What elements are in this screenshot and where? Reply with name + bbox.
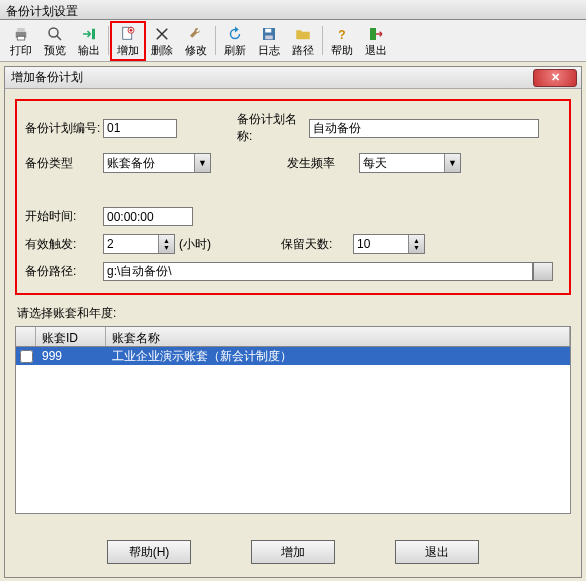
preview-label: 预览: [44, 43, 66, 58]
plan-no-label: 备份计划编号:: [25, 120, 103, 137]
print-label: 打印: [10, 43, 32, 58]
dialog-header: 增加备份计划 ✕: [5, 67, 581, 89]
browse-path-button[interactable]: [533, 262, 553, 281]
grid-note: 请选择账套和年度:: [17, 305, 571, 322]
svg-rect-12: [370, 28, 376, 40]
print-button[interactable]: 打印: [4, 22, 38, 60]
table-row[interactable]: 999 工业企业演示账套（新会计制度）: [16, 347, 570, 365]
main-window-title: 备份计划设置: [0, 0, 586, 20]
grid-header-name: 账套名称: [106, 327, 570, 346]
log-button[interactable]: 日志: [252, 22, 286, 60]
output-button[interactable]: 输出: [72, 22, 106, 60]
trigger-spinner[interactable]: ▲▼: [103, 234, 175, 254]
preview-button[interactable]: 预览: [38, 22, 72, 60]
account-grid: 账套ID 账套名称 999 工业企业演示账套（新会计制度）: [15, 326, 571, 514]
add-button[interactable]: 增加: [111, 22, 145, 60]
help-label: 帮助: [331, 43, 353, 58]
path-button[interactable]: 路径: [286, 22, 320, 60]
spinner-arrows-icon[interactable]: ▲▼: [408, 235, 424, 253]
svg-rect-1: [17, 28, 25, 32]
row-name: 工业企业演示账套（新会计制度）: [106, 347, 570, 366]
trigger-label: 有效触发:: [25, 236, 103, 253]
dialog-help-button[interactable]: 帮助(H): [107, 540, 191, 564]
chevron-down-icon[interactable]: ▼: [444, 154, 460, 172]
plan-no-input[interactable]: [103, 119, 177, 138]
start-time-input[interactable]: [103, 207, 193, 226]
main-toolbar: 打印 预览 输出 增加 删除 修改 刷新 日志 路径 ? 帮助 退出: [0, 20, 586, 62]
add-backup-plan-dialog: 增加备份计划 ✕ 备份计划编号: 备份计划名称: 备份类型 ▼ 发生频率 ▼: [4, 66, 582, 578]
retain-days-value[interactable]: [354, 235, 408, 253]
dialog-button-bar: 帮助(H) 增加 退出: [5, 540, 581, 564]
log-label: 日志: [258, 43, 280, 58]
grid-header-id: 账套ID: [36, 327, 106, 346]
help-button[interactable]: ? 帮助: [325, 22, 359, 60]
retain-days-spinner[interactable]: ▲▼: [353, 234, 425, 254]
folder-icon: [294, 25, 312, 43]
svg-rect-2: [17, 36, 25, 40]
window-title-text: 备份计划设置: [6, 4, 78, 18]
backup-path-input[interactable]: [103, 262, 533, 281]
svg-rect-9: [265, 28, 271, 32]
trigger-unit: (小时): [179, 236, 211, 253]
floppy-icon: [260, 25, 278, 43]
exit-label: 退出: [365, 43, 387, 58]
add-page-icon: [119, 25, 137, 43]
dialog-close-button[interactable]: ✕: [533, 69, 577, 87]
dialog-title: 增加备份计划: [11, 69, 83, 86]
toolbar-separator: [108, 26, 109, 55]
backup-type-combo[interactable]: ▼: [103, 153, 211, 173]
printer-icon: [12, 25, 30, 43]
frequency-label: 发生频率: [287, 155, 359, 172]
add-label: 增加: [117, 43, 139, 58]
start-time-label: 开始时间:: [25, 208, 103, 225]
exit-icon: [367, 25, 385, 43]
exit-button[interactable]: 退出: [359, 22, 393, 60]
refresh-button[interactable]: 刷新: [218, 22, 252, 60]
dialog-add-button[interactable]: 增加: [251, 540, 335, 564]
retain-days-label: 保留天数:: [281, 236, 353, 253]
dialog-exit-button[interactable]: 退出: [395, 540, 479, 564]
chevron-down-icon[interactable]: ▼: [194, 154, 210, 172]
export-icon: [80, 25, 98, 43]
toolbar-separator: [322, 26, 323, 55]
backup-type-label: 备份类型: [25, 155, 103, 172]
modify-label: 修改: [185, 43, 207, 58]
delete-button[interactable]: 删除: [145, 22, 179, 60]
svg-line-4: [57, 35, 62, 40]
form-area: 备份计划编号: 备份计划名称: 备份类型 ▼ 发生频率 ▼ 开始时间: 有效: [15, 99, 571, 295]
help-icon: ?: [333, 25, 351, 43]
plan-name-input[interactable]: [309, 119, 539, 138]
svg-rect-5: [92, 28, 95, 39]
delete-icon: [153, 25, 171, 43]
backup-path-label: 备份路径:: [25, 263, 103, 280]
trigger-value[interactable]: [104, 235, 158, 253]
close-icon: ✕: [551, 71, 560, 83]
output-label: 输出: [78, 43, 100, 58]
row-checkbox[interactable]: [20, 350, 33, 363]
row-id: 999: [36, 348, 106, 364]
modify-button[interactable]: 修改: [179, 22, 213, 60]
refresh-icon: [226, 25, 244, 43]
path-label: 路径: [292, 43, 314, 58]
refresh-label: 刷新: [224, 43, 246, 58]
backup-type-value[interactable]: [104, 154, 194, 172]
svg-text:?: ?: [338, 27, 345, 41]
frequency-value[interactable]: [360, 154, 444, 172]
frequency-combo[interactable]: ▼: [359, 153, 461, 173]
delete-label: 删除: [151, 43, 173, 58]
grid-header-check: [16, 327, 36, 346]
magnifier-icon: [46, 25, 64, 43]
svg-rect-10: [265, 35, 273, 39]
spinner-arrows-icon[interactable]: ▲▼: [158, 235, 174, 253]
plan-name-label: 备份计划名称:: [237, 111, 309, 145]
toolbar-separator: [215, 26, 216, 55]
grid-header: 账套ID 账套名称: [16, 327, 570, 347]
wrench-icon: [187, 25, 205, 43]
